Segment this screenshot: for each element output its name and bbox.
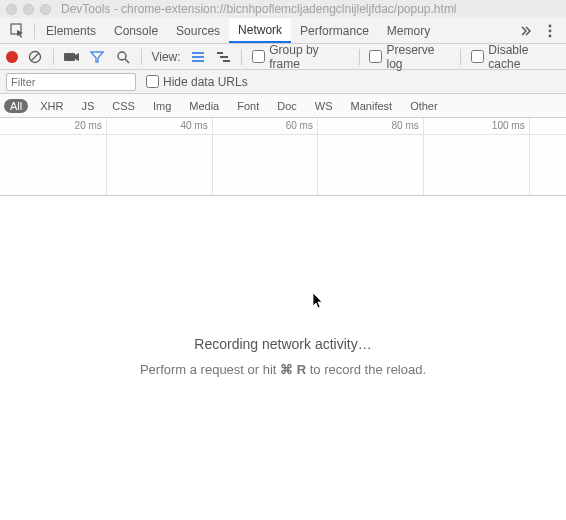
view-label: View: [151, 50, 180, 64]
window-titlebar: DevTools - chrome-extension://bicnhpofle… [0, 0, 566, 18]
tab-memory[interactable]: Memory [378, 18, 439, 43]
type-filter-font[interactable]: Font [231, 99, 265, 113]
inspect-element-button[interactable] [4, 18, 32, 44]
type-filter-css[interactable]: CSS [106, 99, 141, 113]
svg-line-8 [125, 59, 129, 63]
filter-row: Hide data URLs [0, 70, 566, 94]
hide-data-urls-checkbox[interactable]: Hide data URLs [146, 75, 248, 89]
separator [34, 23, 35, 39]
type-filter-all[interactable]: All [4, 99, 28, 113]
svg-rect-13 [220, 56, 228, 58]
funnel-icon [90, 50, 104, 64]
svg-point-2 [549, 29, 552, 32]
empty-title: Recording network activity… [194, 336, 371, 352]
tab-performance[interactable]: Performance [291, 18, 378, 43]
list-large-icon [191, 51, 205, 63]
disable-cache-label: Disable cache [488, 43, 560, 71]
disable-cache-checkbox[interactable]: Disable cache [471, 43, 560, 71]
timeline-track [0, 134, 566, 194]
waterfall-view-button[interactable] [216, 49, 231, 65]
tab-elements[interactable]: Elements [37, 18, 105, 43]
search-button[interactable] [115, 49, 130, 65]
separator [460, 49, 461, 65]
window-title: DevTools - chrome-extension://bicnhpofle… [61, 2, 457, 16]
inspect-icon [10, 23, 26, 39]
hide-data-urls-input[interactable] [146, 75, 159, 88]
type-filter-manifest[interactable]: Manifest [345, 99, 399, 113]
resource-type-filters: All XHR JS CSS Img Media Font Doc WS Man… [0, 94, 566, 118]
cursor-icon [312, 292, 326, 310]
svg-rect-12 [217, 52, 223, 54]
window-controls [6, 4, 51, 15]
group-by-frame-input[interactable] [252, 50, 265, 63]
empty-hint: Perform a request or hit ⌘ R to record t… [140, 362, 426, 377]
zoom-window-button[interactable] [40, 4, 51, 15]
group-by-frame-label: Group by frame [269, 43, 348, 71]
preserve-log-checkbox[interactable]: Preserve log [369, 43, 450, 71]
waterfall-icon [217, 51, 231, 63]
separator [53, 49, 54, 65]
group-by-frame-checkbox[interactable]: Group by frame [252, 43, 348, 71]
devtools-menu-button[interactable] [538, 18, 562, 44]
type-filter-media[interactable]: Media [183, 99, 225, 113]
search-icon [116, 50, 130, 64]
svg-rect-6 [64, 53, 75, 61]
type-filter-doc[interactable]: Doc [271, 99, 303, 113]
timeline-tick: 80 ms [392, 120, 423, 131]
tab-sources[interactable]: Sources [167, 18, 229, 43]
svg-line-5 [31, 53, 39, 61]
close-window-button[interactable] [6, 4, 17, 15]
kebab-icon [548, 24, 552, 38]
clear-icon [28, 50, 42, 64]
timeline-tick: 40 ms [180, 120, 211, 131]
timeline-tick: 60 ms [286, 120, 317, 131]
camera-icon [64, 51, 80, 63]
tab-console[interactable]: Console [105, 18, 167, 43]
type-filter-js[interactable]: JS [75, 99, 100, 113]
hide-data-urls-label: Hide data URLs [163, 75, 248, 89]
separator [141, 49, 142, 65]
timeline-overview[interactable]: 20 ms 40 ms 60 ms 80 ms 100 ms [0, 118, 566, 196]
timeline-tick: 20 ms [75, 120, 106, 131]
chevron-double-right-icon [520, 25, 532, 37]
svg-point-3 [549, 34, 552, 37]
tabs-overflow-button[interactable] [514, 18, 538, 44]
svg-rect-14 [223, 60, 230, 62]
network-toolbar: View: Group by frame Preserve log Disabl… [0, 44, 566, 70]
main-tabs-row: Elements Console Sources Network Perform… [0, 18, 566, 44]
separator [241, 49, 242, 65]
separator [359, 49, 360, 65]
empty-network-state: Recording network activity… Perform a re… [0, 196, 566, 516]
filter-input[interactable] [6, 73, 136, 91]
type-filter-ws[interactable]: WS [309, 99, 339, 113]
record-button[interactable] [6, 51, 18, 63]
type-filter-xhr[interactable]: XHR [34, 99, 69, 113]
type-filter-other[interactable]: Other [404, 99, 444, 113]
filter-toggle-button[interactable] [90, 49, 105, 65]
type-filter-img[interactable]: Img [147, 99, 177, 113]
main-tabs: Elements Console Sources Network Perform… [37, 18, 514, 43]
preserve-log-input[interactable] [369, 50, 382, 63]
svg-point-1 [549, 24, 552, 27]
disable-cache-input[interactable] [471, 50, 484, 63]
svg-point-7 [118, 52, 126, 60]
empty-hint-shortcut: ⌘ R [280, 362, 306, 377]
minimize-window-button[interactable] [23, 4, 34, 15]
empty-hint-before: Perform a request or hit [140, 362, 280, 377]
tab-network[interactable]: Network [229, 18, 291, 43]
timeline-tick: 100 ms [492, 120, 529, 131]
preserve-log-label: Preserve log [386, 43, 450, 71]
large-rows-button[interactable] [191, 49, 206, 65]
capture-screenshots-button[interactable] [64, 49, 80, 65]
clear-button[interactable] [28, 49, 43, 65]
empty-hint-after: to record the reload. [306, 362, 426, 377]
